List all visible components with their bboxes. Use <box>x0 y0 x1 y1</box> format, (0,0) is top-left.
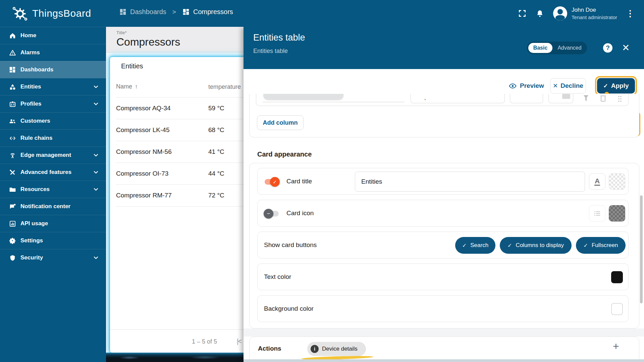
pagination-range: 1 – 5 of 5 <box>192 338 217 345</box>
card-icon-row: − Card icon <box>257 200 629 227</box>
settings-title: Entities table <box>253 33 305 43</box>
text-color-row: Text color <box>257 263 629 290</box>
close-icon[interactable]: ✕ <box>622 42 630 53</box>
actions-section: Actions i Device details + <box>249 337 639 362</box>
text-color-label: Text color <box>264 273 291 281</box>
chevron-down-icon <box>93 186 99 193</box>
icon-color-button[interactable] <box>609 205 625 222</box>
entities-table-widget[interactable]: Entities Name↑ temperature Compressor AQ… <box>110 57 244 353</box>
table-row[interactable]: Compressor AQ-34 59 °C <box>110 97 244 119</box>
check-icon: ✓ <box>270 177 280 187</box>
app-logo[interactable]: ThingsBoard <box>11 5 91 22</box>
table-row[interactable]: Compressor NM-56 41 °C <box>110 141 244 163</box>
preview-button[interactable]: Preview <box>508 78 544 94</box>
sidebar-item-home[interactable]: Home <box>0 27 106 44</box>
sidebar-item-entities[interactable]: Entities <box>0 78 106 95</box>
card-title-toggle[interactable]: ✓ <box>265 179 279 185</box>
device-details-chip[interactable]: i Device details <box>307 342 366 356</box>
table-header-name[interactable]: Name↑ <box>116 83 138 90</box>
first-page-icon[interactable]: |< <box>237 338 241 345</box>
eye-icon <box>508 82 517 90</box>
help-icon[interactable]: ? <box>603 43 612 53</box>
chip-columns-to-display[interactable]: ✓ Columns to display <box>500 237 572 254</box>
user-name: John Doe <box>572 7 617 13</box>
background-color-swatch[interactable] <box>611 303 623 315</box>
sidebar-item-rule-chains[interactable]: Rule chains <box>0 129 106 146</box>
dashboard-title-field[interactable]: Title* Compressors <box>106 27 244 53</box>
scrollbar-thumb[interactable] <box>640 195 643 303</box>
add-action-button[interactable]: + <box>613 340 619 353</box>
card-icon-toggle[interactable]: − <box>265 211 279 217</box>
chevron-down-icon <box>93 83 99 90</box>
mode-advanced-button[interactable]: Advanced <box>554 43 585 53</box>
sidebar-item-api-usage[interactable]: API usage <box>0 215 106 232</box>
fullscreen-icon[interactable] <box>518 9 527 18</box>
chevron-down-icon <box>93 169 99 176</box>
sidebar-item-settings[interactable]: Settings <box>0 232 106 249</box>
gear-icon <box>8 237 16 245</box>
sidebar-item-edge-management[interactable]: Edge management <box>0 146 106 164</box>
mode-basic-button[interactable]: Basic <box>528 43 552 53</box>
avatar <box>553 6 567 20</box>
top-bar: ThingsBoard Dashboards > Compressors <box>0 0 644 27</box>
sidebar-item-resources[interactable]: Resources <box>0 181 106 198</box>
column-input-partial[interactable] <box>548 94 573 103</box>
background-color-row: Background color <box>257 295 629 322</box>
people-icon <box>8 117 16 125</box>
sidebar-item-advanced-features[interactable]: Advanced features <box>0 164 106 181</box>
format-text-icon: A <box>594 177 600 186</box>
close-icon: ✕ <box>553 82 558 89</box>
tools-icon <box>8 168 16 176</box>
column-input-partial[interactable]: , <box>411 94 505 103</box>
user-menu[interactable]: John Doe Tenant administrator <box>553 6 617 20</box>
thingsboard-logo-icon <box>11 5 28 22</box>
breadcrumb-dashboards[interactable]: Dashboards <box>130 8 166 16</box>
transparent-color-icon <box>609 173 625 190</box>
user-info: John Doe Tenant administrator <box>572 7 617 20</box>
table-row[interactable]: Compressor RM-77 72 °C <box>110 184 244 206</box>
column-input-partial[interactable] <box>510 94 543 103</box>
user-role: Tenant administrator <box>572 14 617 20</box>
transparent-color-dark-icon <box>609 205 625 222</box>
delete-icon[interactable] <box>599 95 607 104</box>
chip-search[interactable]: ✓ Search <box>455 237 495 254</box>
sidebar-item-notification-center[interactable]: Notification center <box>0 198 106 215</box>
sidebar-item-customers[interactable]: Customers <box>0 112 106 129</box>
chat-dot-icon <box>8 202 16 210</box>
actions-label: Actions <box>258 345 281 352</box>
sidebar-item-alarms[interactable]: Alarms <box>0 44 106 61</box>
font-settings-button[interactable]: A <box>589 173 605 190</box>
dashboard-edit-panel: Title* Compressors Entities Name↑ temper… <box>106 27 244 362</box>
breadcrumb: Dashboards > Compressors <box>119 8 233 16</box>
card-title-row: ✓ Card title A <box>257 168 629 195</box>
card-title-input[interactable] <box>355 172 585 192</box>
icon-picker-button[interactable] <box>589 205 605 222</box>
dashboard-title-label: Title* <box>116 30 244 35</box>
minus-icon: − <box>264 209 273 219</box>
column-chip-partial <box>263 94 343 100</box>
table-row[interactable]: Compressor OI-73 44 °C <box>110 163 244 184</box>
title-color-button[interactable] <box>609 173 625 190</box>
code-icon <box>8 134 16 142</box>
chevron-down-icon <box>93 152 99 159</box>
sidebar-item-profiles[interactable]: Profiles <box>0 95 106 112</box>
filter-icon[interactable] <box>582 95 590 104</box>
kebab-menu-icon[interactable]: ⋮ <box>626 9 635 18</box>
home-icon <box>8 32 16 40</box>
card-appearance-section: ✓ Card title A − Card icon Show card but… <box>249 163 639 328</box>
table-header-temperature[interactable]: temperature <box>208 83 241 90</box>
table-row[interactable]: Compressor LK-45 68 °C <box>110 119 244 141</box>
sidebar-item-dashboards[interactable]: Dashboards <box>0 61 106 78</box>
decline-button[interactable]: ✕ Decline <box>550 78 586 94</box>
add-column-button[interactable]: Add column <box>257 115 304 130</box>
settings-body: Preview ✕ Decline ✓ Apply 7 Click "Apply… <box>244 69 644 362</box>
drag-handle-icon[interactable] <box>617 95 623 104</box>
check-icon: ✓ <box>507 242 512 249</box>
breadcrumb-compressors[interactable]: Compressors <box>193 8 233 16</box>
chip-fullscreen[interactable]: ✓ Fullscreen <box>576 237 626 254</box>
apply-button[interactable]: ✓ Apply <box>597 78 635 94</box>
columns-section: , Add column <box>249 94 639 137</box>
text-color-swatch[interactable] <box>611 271 623 283</box>
sidebar-item-security[interactable]: Security <box>0 249 106 266</box>
notifications-bell-icon[interactable] <box>535 9 544 18</box>
